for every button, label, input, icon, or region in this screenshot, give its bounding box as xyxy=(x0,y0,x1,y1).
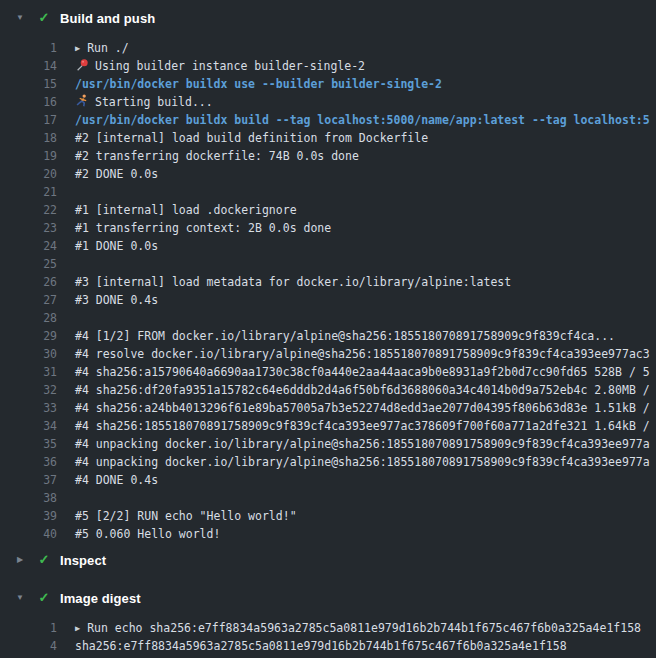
log-line: 32#4 sha256:df20fa9351a15782c64e6dddb2d4… xyxy=(0,381,656,399)
log-line: 37#4 DONE 0.4s xyxy=(0,471,656,489)
line-number[interactable]: 26 xyxy=(0,273,57,291)
log-text: #1 transferring context: 2B 0.0s done xyxy=(57,219,331,237)
line-number[interactable]: 29 xyxy=(0,327,57,345)
log-line: 27#3 DONE 0.4s xyxy=(0,291,656,309)
run-expand-icon[interactable]: ▶ xyxy=(75,619,80,637)
log-text: #4 sha256:185518070891758909c9f839cf4ca3… xyxy=(57,417,650,435)
log-text xyxy=(57,183,75,201)
log-text: #1 [internal] load .dockerignore xyxy=(57,201,297,219)
log-text: Starting build... xyxy=(57,93,213,111)
log-text xyxy=(57,489,75,507)
line-number[interactable]: 33 xyxy=(0,399,57,417)
log-line: 19#2 transferring dockerfile: 74B 0.0s d… xyxy=(0,147,656,165)
chevron-right-icon[interactable]: ▶ xyxy=(14,552,26,568)
log-text: #4 [1/2] FROM docker.io/library/alpine@s… xyxy=(57,327,615,345)
line-number[interactable]: 24 xyxy=(0,237,57,255)
line-number[interactable]: 19 xyxy=(0,147,57,165)
section-header-image-digest[interactable]: ▼ ✓ Image digest xyxy=(0,590,656,606)
log-line: 36#4 unpacking docker.io/library/alpine@… xyxy=(0,453,656,471)
success-check-icon: ✓ xyxy=(37,590,51,606)
line-number[interactable]: 28 xyxy=(0,309,57,327)
runner-icon xyxy=(75,93,89,111)
line-number[interactable]: 15 xyxy=(0,75,57,93)
success-check-icon: ✓ xyxy=(37,552,51,568)
log-line: 40#5 0.060 Hello world! xyxy=(0,525,656,543)
log-line: 30#4 resolve docker.io/library/alpine@sh… xyxy=(0,345,656,363)
line-number[interactable]: 22 xyxy=(0,201,57,219)
line-number[interactable]: 27 xyxy=(0,291,57,309)
section-inspect: ▶ ✓ Inspect xyxy=(0,552,656,568)
log-text: #3 DONE 0.4s xyxy=(57,291,158,309)
run-expand-icon[interactable]: ▶ xyxy=(75,39,80,57)
line-number[interactable]: 37 xyxy=(0,471,57,489)
log-text: #4 DONE 0.4s xyxy=(57,471,158,489)
log-line: 23#1 transferring context: 2B 0.0s done xyxy=(0,219,656,237)
workflow-log: ▼ ✓ Build and push 1▶Run ./14Using build… xyxy=(0,10,656,655)
line-number[interactable]: 38 xyxy=(0,489,57,507)
line-number[interactable]: 20 xyxy=(0,165,57,183)
log-line: 33#4 sha256:a24bb4013296f61e89ba57005a7b… xyxy=(0,399,656,417)
log-line: 34#4 sha256:185518070891758909c9f839cf4c… xyxy=(0,417,656,435)
line-number[interactable]: 21 xyxy=(0,183,57,201)
line-number[interactable]: 16 xyxy=(0,93,57,111)
log-text: #4 resolve docker.io/library/alpine@sha2… xyxy=(57,345,650,363)
line-number[interactable]: 32 xyxy=(0,381,57,399)
log-line: 14Using builder instance builder-single-… xyxy=(0,57,656,75)
section-title: Inspect xyxy=(60,553,106,568)
section-title: Build and push xyxy=(60,11,155,26)
chevron-down-icon[interactable]: ▼ xyxy=(14,10,26,26)
log-text: #4 sha256:a24bb4013296f61e89ba57005a7b3e… xyxy=(57,399,650,417)
log-line: 35#4 unpacking docker.io/library/alpine@… xyxy=(0,435,656,453)
line-number[interactable]: 17 xyxy=(0,111,57,129)
log-lines: 1▶Run ./14Using builder instance builder… xyxy=(0,39,656,543)
log-line: 1▶Run echo sha256:e7ff8834a5963a2785c5a0… xyxy=(0,619,656,637)
log-line: 21 xyxy=(0,183,656,201)
log-line: 39#5 [2/2] RUN echo "Hello world!" xyxy=(0,507,656,525)
log-line: 1▶Run ./ xyxy=(0,39,656,57)
log-line: 29#4 [1/2] FROM docker.io/library/alpine… xyxy=(0,327,656,345)
line-number[interactable]: 18 xyxy=(0,129,57,147)
log-text: #4 sha256:df20fa9351a15782c64e6dddb2d4a6… xyxy=(57,381,650,399)
line-number[interactable]: 4 xyxy=(0,637,57,655)
log-lines: 1▶Run echo sha256:e7ff8834a5963a2785c5a0… xyxy=(0,619,656,655)
line-number[interactable]: 14 xyxy=(0,57,57,75)
log-line: 38 xyxy=(0,489,656,507)
line-number[interactable]: 36 xyxy=(0,453,57,471)
line-number[interactable]: 1 xyxy=(0,619,57,637)
log-text: ▶Run echo sha256:e7ff8834a5963a2785c5a08… xyxy=(57,619,641,637)
log-text xyxy=(57,255,75,273)
log-line: 22#1 [internal] load .dockerignore xyxy=(0,201,656,219)
log-line: 20#2 DONE 0.0s xyxy=(0,165,656,183)
log-text: /usr/bin/docker buildx build --tag local… xyxy=(57,111,650,129)
log-text: #2 DONE 0.0s xyxy=(57,165,158,183)
log-text xyxy=(57,309,75,327)
line-number[interactable]: 40 xyxy=(0,525,57,543)
chevron-down-icon[interactable]: ▼ xyxy=(14,590,26,606)
line-number[interactable]: 30 xyxy=(0,345,57,363)
line-number[interactable]: 1 xyxy=(0,39,57,57)
section-header-build-and-push[interactable]: ▼ ✓ Build and push xyxy=(0,10,656,26)
log-text: Using builder instance builder-single-2 xyxy=(57,57,365,75)
line-number[interactable]: 31 xyxy=(0,363,57,381)
section-build-and-push: ▼ ✓ Build and push 1▶Run ./14Using build… xyxy=(0,10,656,543)
line-number[interactable]: 34 xyxy=(0,417,57,435)
line-number[interactable]: 25 xyxy=(0,255,57,273)
section-header-inspect[interactable]: ▶ ✓ Inspect xyxy=(0,552,656,568)
pushpin-icon xyxy=(75,57,89,75)
log-text: sha256:e7ff8834a5963a2785c5a0811e979d16b… xyxy=(57,637,567,655)
log-text: #4 sha256:a15790640a6690aa1730c38cf0a440… xyxy=(57,363,650,381)
section-image-digest: ▼ ✓ Image digest 1▶Run echo sha256:e7ff8… xyxy=(0,590,656,655)
log-text: #4 unpacking docker.io/library/alpine@sh… xyxy=(57,453,650,471)
log-text: #2 transferring dockerfile: 74B 0.0s don… xyxy=(57,147,359,165)
log-text: #2 [internal] load build definition from… xyxy=(57,129,428,147)
section-title: Image digest xyxy=(60,591,141,606)
log-line: 17/usr/bin/docker buildx build --tag loc… xyxy=(0,111,656,129)
log-text: #5 0.060 Hello world! xyxy=(57,525,220,543)
line-number[interactable]: 35 xyxy=(0,435,57,453)
log-line: 16Starting build... xyxy=(0,93,656,111)
log-line: 18#2 [internal] load build definition fr… xyxy=(0,129,656,147)
log-line: 24#1 DONE 0.0s xyxy=(0,237,656,255)
line-number[interactable]: 23 xyxy=(0,219,57,237)
line-number[interactable]: 39 xyxy=(0,507,57,525)
log-text: #3 [internal] load metadata for docker.i… xyxy=(57,273,511,291)
